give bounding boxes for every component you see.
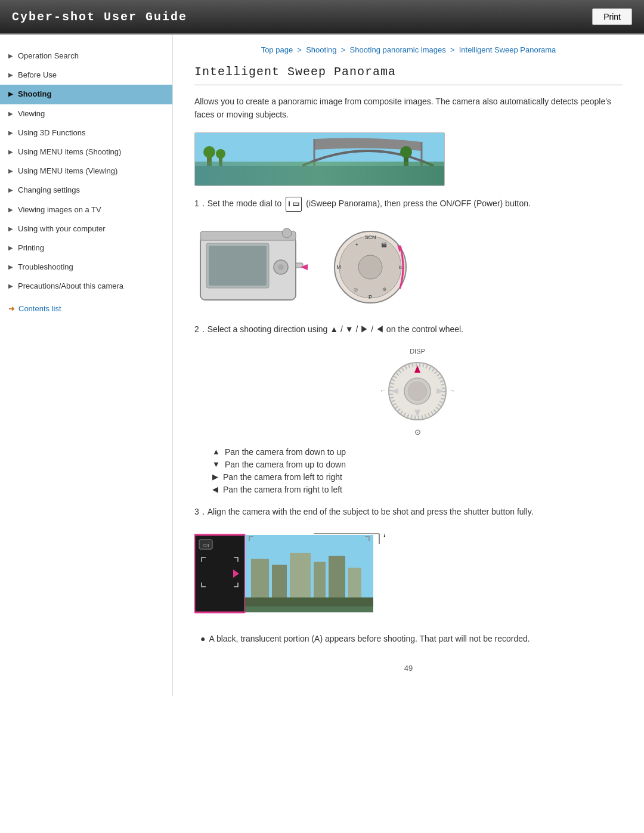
svg-rect-12 [209, 246, 267, 286]
step-3-text: 3．Align the camera with the end of the s… [194, 507, 534, 516]
page-description: Allows you to create a panoramic image f… [194, 95, 623, 122]
sidebar-item-label: Before Use [18, 70, 57, 80]
panorama-image [194, 132, 445, 186]
svg-text:M: M [336, 264, 341, 270]
breadcrumb-panoramic[interactable]: Shooting panoramic images [350, 45, 446, 54]
step-1: 1．Set the mode dial to i ▭ (iSweep Panor… [194, 197, 623, 212]
sidebar-item-precautions[interactable]: ▶ Precautions/About this camera [0, 277, 172, 296]
page-header: Cyber-shot User Guide Print [0, 0, 644, 35]
svg-text:A: A [383, 529, 385, 539]
svg-text:⚙: ⚙ [382, 287, 386, 292]
mode-wheel-svg: SCN P M i▭ ✦ 🎬 ◎ ⚙ [332, 228, 409, 306]
svg-text:🎬: 🎬 [381, 241, 387, 247]
bullet-icon: ● [200, 632, 205, 645]
camera-body-svg [194, 222, 314, 312]
step3-image: ▭i [194, 529, 385, 621]
sidebar-item-before-use[interactable]: ▶ Before Use [0, 66, 172, 85]
direction-label-left: Pan the camera from right to left [223, 485, 342, 494]
sidebar-item-label: Using MENU items (Viewing) [18, 166, 117, 176]
svg-text:◎: ◎ [354, 287, 358, 292]
sidebar-item-operation-search[interactable]: ▶ Operation Search [0, 47, 172, 66]
svg-text:✦: ✦ [355, 242, 359, 247]
step-3: 3．Align the camera with the end of the s… [194, 505, 623, 518]
step-2: 2．Select a shooting direction using ▲ / … [194, 323, 623, 336]
print-button[interactable]: Print [592, 8, 632, 25]
direction-item-right: ▶ Pan the camera from left to right [212, 472, 623, 482]
camera-diagram: SCN P M i▭ ✦ 🎬 ◎ ⚙ [194, 222, 623, 312]
svg-point-16 [278, 264, 284, 270]
sidebar-item-label: Shooting [18, 89, 51, 100]
svg-text:→: → [449, 387, 456, 394]
sidebar-item-label: Using 3D Functions [18, 128, 85, 138]
arrow-icon: ▶ [8, 282, 13, 290]
sidebar-item-label: Troubleshooting [18, 262, 73, 272]
svg-point-37 [408, 382, 427, 401]
svg-text:▭i: ▭i [203, 542, 209, 548]
svg-point-5 [203, 146, 215, 158]
step3-image-area: ▭i [194, 529, 623, 621]
step-1-text: 1．Set the mode dial to i ▭ (iSweep Panor… [194, 199, 531, 208]
up-arrow-icon: ▲ [212, 447, 220, 456]
sidebar-item-using-3d[interactable]: ▶ Using 3D Functions [0, 123, 172, 143]
direction-label-up: Pan the camera from down to up [225, 447, 346, 457]
breadcrumb-shooting[interactable]: Shooting [306, 45, 336, 54]
svg-text:←: ← [380, 387, 386, 394]
arrow-icon: ▶ [8, 90, 13, 98]
step-2-text: 2．Select a shooting direction using ▲ / … [194, 324, 463, 334]
right-arrow-icon: ▶ [212, 472, 218, 481]
direction-item-left: ◀ Pan the camera from right to left [212, 485, 623, 494]
arrow-icon: ▶ [8, 186, 13, 194]
svg-rect-54 [245, 606, 373, 612]
page-title: Intelligent Sweep Panorama [194, 65, 623, 85]
page-number: 49 [194, 664, 623, 673]
sidebar-item-troubleshooting[interactable]: ▶ Troubleshooting [0, 258, 172, 277]
sidebar-item-viewing[interactable]: ▶ Viewing [0, 104, 172, 123]
direction-item-up: ▲ Pan the camera from down to up [212, 447, 623, 457]
app-title: Cyber-shot User Guide [12, 10, 187, 24]
sidebar-item-label: Viewing [18, 109, 45, 119]
sidebar-item-label: Using with your computer [18, 224, 106, 234]
breadcrumb-top[interactable]: Top page [261, 45, 293, 54]
contents-list-label: Contents list [18, 304, 61, 313]
arrow-right-icon: ➜ [8, 304, 15, 313]
direction-label-right: Pan the camera from left to right [223, 472, 342, 482]
arrow-icon: ▶ [8, 148, 13, 156]
arrow-icon: ▶ [8, 244, 13, 252]
arrow-icon: ▶ [8, 110, 13, 118]
svg-rect-1 [195, 166, 445, 186]
sidebar-item-printing[interactable]: ▶ Printing [0, 239, 172, 258]
arrow-icon: ▶ [8, 52, 13, 60]
left-arrow-icon: ◀ [212, 485, 218, 494]
panorama-svg [195, 133, 445, 186]
sidebar-item-computer[interactable]: ▶ Using with your computer [0, 219, 172, 239]
sidebar-item-label: Using MENU items (Shooting) [18, 147, 121, 157]
svg-point-14 [282, 228, 292, 238]
arrow-icon: ▶ [8, 129, 13, 137]
svg-text:SCN: SCN [364, 234, 376, 240]
sidebar-item-label: Printing [18, 243, 44, 253]
isweep-icon: i ▭ [286, 197, 302, 212]
sidebar-item-viewing-tv[interactable]: ▶ Viewing images on a TV [0, 200, 172, 219]
breadcrumb-current[interactable]: Intelligent Sweep Panorama [459, 45, 556, 54]
contents-list-link[interactable]: ➜ Contents list [0, 298, 172, 319]
sidebar-item-changing-settings[interactable]: ▶ Changing settings [0, 181, 172, 200]
direction-list: ▲ Pan the camera from down to up ▼ Pan t… [212, 447, 623, 494]
svg-text:⊙: ⊙ [414, 428, 421, 436]
direction-label-down: Pan the camera from up to down [225, 460, 346, 469]
svg-text:i▭: i▭ [399, 264, 405, 270]
arrow-icon: ▶ [8, 225, 13, 233]
sidebar-item-menu-viewing[interactable]: ▶ Using MENU items (Viewing) [0, 162, 172, 181]
svg-point-7 [216, 149, 225, 159]
arrow-icon: ▶ [8, 71, 13, 79]
page-layout: ▶ Operation Search ▶ Before Use ▶ Shooti… [0, 35, 644, 696]
sidebar-item-shooting[interactable]: ▶ Shooting [0, 85, 172, 104]
svg-point-9 [400, 146, 412, 158]
bullet-note: ● A black, translucent portion (A) appea… [194, 632, 623, 645]
arrow-icon: ▶ [8, 167, 13, 175]
sidebar-item-menu-shooting[interactable]: ▶ Using MENU items (Shooting) [0, 143, 172, 162]
sidebar: ▶ Operation Search ▶ Before Use ▶ Shooti… [0, 35, 173, 696]
sidebar-item-label: Changing settings [18, 185, 80, 196]
sidebar-item-label: Operation Search [18, 51, 79, 61]
direction-item-down: ▼ Pan the camera from up to down [212, 460, 623, 469]
svg-point-25 [358, 255, 382, 279]
